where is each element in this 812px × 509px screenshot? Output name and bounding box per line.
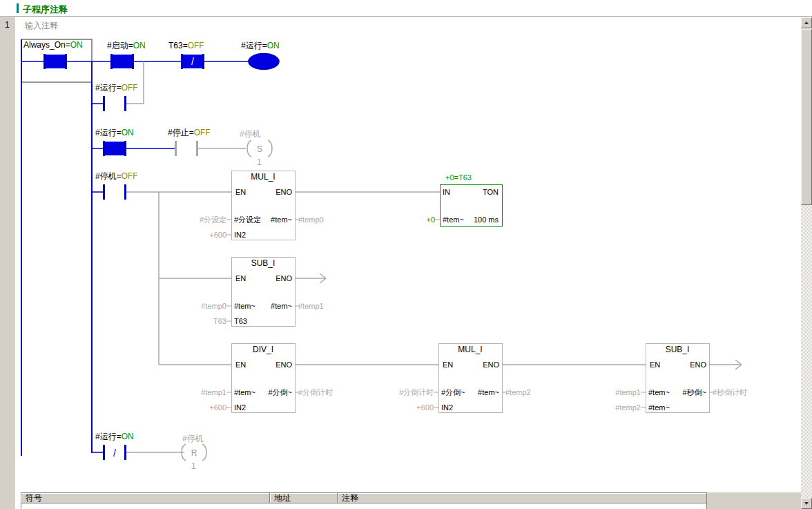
- pin-eno: ENO: [677, 361, 706, 369]
- scrollbar-thumb[interactable]: [801, 29, 812, 205]
- reset-coil-count[interactable]: 1: [191, 462, 196, 471]
- nc-slash-icon: /: [113, 448, 116, 459]
- pin-eno: ENO: [470, 361, 499, 369]
- pin-en: EN: [443, 361, 453, 369]
- pin-out-symbol[interactable]: #分倒~: [244, 388, 292, 396]
- contact-always-on[interactable]: [44, 54, 67, 69]
- symbol-table-filler: [707, 492, 801, 509]
- pin-out-symbol[interactable]: #tem~: [244, 302, 292, 310]
- operand-out[interactable]: #秒倒计时: [713, 388, 747, 396]
- operand-state: OFF: [122, 171, 138, 181]
- operand-out[interactable]: #temp0: [298, 215, 324, 224]
- operand-in2[interactable]: #temp2: [599, 403, 641, 412]
- operand-in1[interactable]: #temp1: [599, 388, 641, 396]
- operand-name: #停机=: [95, 171, 122, 181]
- vertical-scrollbar[interactable]: [801, 17, 812, 509]
- operand-in1[interactable]: #temp1: [185, 388, 226, 396]
- operand-qidong[interactable]: #启动=ON: [107, 41, 146, 50]
- reset-coil-tingji[interactable]: R: [182, 444, 206, 461]
- pin-in2-symbol[interactable]: T63: [234, 317, 247, 325]
- operand-name: #运行=: [241, 41, 267, 50]
- symbol-table-row[interactable]: [21, 503, 707, 509]
- contact-qidong[interactable]: [110, 54, 134, 69]
- box-title: SUB_I: [646, 345, 709, 354]
- operand-tingji-off[interactable]: #停机=OFF: [95, 172, 138, 181]
- operand-state: ON: [122, 432, 134, 441]
- operand-name: #停止=: [168, 128, 194, 137]
- box-title: DIV_I: [231, 345, 295, 354]
- reset-coil-operand[interactable]: #停机: [182, 434, 204, 443]
- arrow-down-icon: [804, 502, 809, 505]
- contact-tingzhi[interactable]: [175, 141, 198, 156]
- pin-en: EN: [235, 274, 246, 282]
- pin-out-symbol[interactable]: #tem~: [451, 388, 499, 396]
- column-header-symbol[interactable]: 符号: [21, 493, 270, 503]
- contact-yunxing-nc[interactable]: /: [103, 445, 126, 460]
- operand-out[interactable]: #分倒计时: [298, 388, 333, 396]
- operand-in2[interactable]: +600: [192, 231, 226, 239]
- pin-in: IN: [443, 188, 450, 196]
- contact-t63-nc[interactable]: /: [181, 54, 204, 69]
- pin-in2: IN2: [234, 403, 246, 412]
- pin-out-symbol[interactable]: #秒倒~: [658, 388, 706, 396]
- operand-name: #运行=: [95, 432, 122, 441]
- operand-yunxing-coil[interactable]: #运行=ON: [241, 41, 280, 50]
- pin-en: EN: [235, 361, 246, 369]
- symbol-table-header: 符号 地址 注释: [21, 492, 707, 503]
- operand-name: #运行=: [95, 128, 122, 137]
- column-header-comment[interactable]: 注释: [338, 493, 706, 503]
- timer-status: +0=T63: [445, 173, 472, 182]
- operand-name: #运行=: [95, 83, 122, 93]
- operand-state: ON: [267, 41, 280, 50]
- contact-yunxing-off[interactable]: [103, 96, 126, 111]
- pt-value: +0: [416, 215, 435, 224]
- operand-name: T63=: [168, 41, 188, 50]
- set-coil-operand[interactable]: #停机: [240, 130, 261, 139]
- scroll-up-button[interactable]: [801, 17, 812, 28]
- operand-state: OFF: [122, 83, 138, 93]
- box-title: MUL_I: [438, 345, 502, 354]
- operand-in1[interactable]: #temp0: [185, 302, 226, 310]
- scroll-down-button[interactable]: [801, 498, 812, 509]
- pin-eno: ENO: [263, 361, 292, 369]
- box-title: TON: [470, 188, 499, 196]
- operand-always-on[interactable]: Always_On=ON: [23, 41, 83, 50]
- pin-eno: ENO: [263, 274, 292, 282]
- column-header-address[interactable]: 地址: [270, 493, 338, 503]
- set-coil-count[interactable]: 1: [257, 158, 262, 167]
- pin-en: EN: [650, 361, 660, 369]
- pin-out-symbol[interactable]: #tem~: [244, 215, 292, 224]
- operand-out[interactable]: #temp1: [298, 302, 324, 310]
- operand-state: OFF: [194, 128, 211, 137]
- operand-yunxing-nc[interactable]: #运行=ON: [95, 432, 134, 441]
- operand-yunxing-on[interactable]: #运行=ON: [95, 128, 134, 137]
- pin-in2-symbol[interactable]: #tem~: [648, 403, 670, 412]
- operand-yunxing-off[interactable]: #运行=OFF: [95, 84, 138, 93]
- operand-in1[interactable]: #分倒计时: [371, 388, 434, 396]
- pin-eno: ENO: [263, 188, 292, 196]
- operand-in2[interactable]: +600: [192, 403, 226, 412]
- operand-state: OFF: [188, 41, 204, 50]
- operand-state: ON: [133, 41, 146, 50]
- wire-sub2-out-arrow: [709, 360, 742, 369]
- operand-t63[interactable]: T63=OFF: [168, 41, 204, 50]
- operand-in1[interactable]: #分设定: [166, 215, 226, 224]
- pin-in2: IN2: [441, 403, 453, 412]
- contact-tingji-off[interactable]: [103, 184, 126, 200]
- coil-yunxing[interactable]: [249, 54, 279, 70]
- timer-timebase: 100 ms: [454, 215, 499, 224]
- set-coil-tingji[interactable]: S: [247, 140, 272, 157]
- operand-name: #启动=: [107, 41, 133, 50]
- set-coil-letter: S: [257, 144, 262, 154]
- pin-in2: IN2: [234, 231, 246, 239]
- arrow-up-icon: [804, 21, 809, 24]
- wire-sub1-out-arrow: [295, 273, 326, 283]
- box-title: MUL_I: [231, 173, 295, 182]
- operand-out[interactable]: #temp2: [505, 388, 531, 396]
- operand-in2[interactable]: +600: [399, 403, 434, 412]
- operand-state: ON: [70, 40, 83, 50]
- operand-name: Always_On=: [23, 40, 70, 50]
- operand-tingzhi[interactable]: #停止=OFF: [168, 128, 211, 137]
- contact-yunxing-on[interactable]: [103, 141, 126, 156]
- operand-in2[interactable]: T63: [199, 317, 226, 325]
